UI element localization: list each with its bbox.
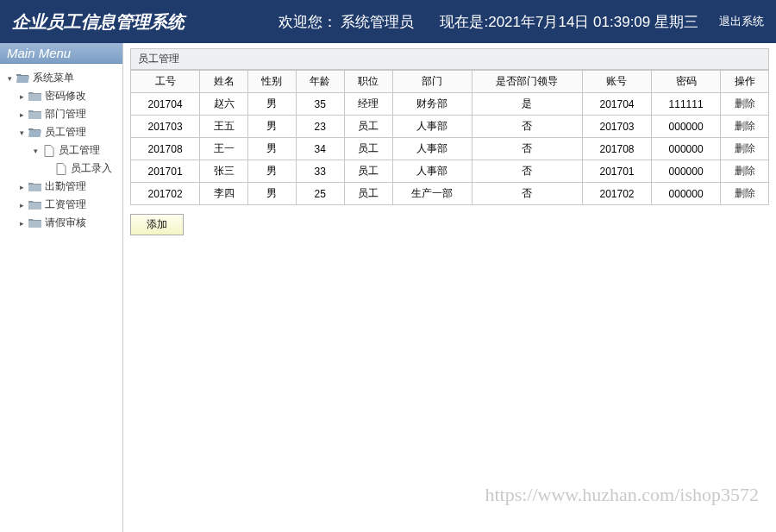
tree-label: 出勤管理 <box>45 179 86 194</box>
tree-item-leave[interactable]: ▸ 请假审核 <box>2 214 121 232</box>
table-row: 201708王一男34员工人事部否201708000000删除 <box>131 138 769 160</box>
panel-title: 员工管理 <box>130 48 769 70</box>
cell-name: 赵六 <box>200 93 248 116</box>
col-age: 年龄 <box>296 71 344 93</box>
cell-action: 删除 <box>721 183 769 205</box>
cell-leader: 否 <box>472 183 582 205</box>
tree-item-emp[interactable]: ▾ 员工管理 <box>2 123 121 141</box>
delete-link[interactable]: 删除 <box>735 187 755 199</box>
expand-icon[interactable]: ▸ <box>17 183 26 191</box>
cell-position: 员工 <box>344 183 392 205</box>
add-button[interactable]: 添加 <box>130 214 184 235</box>
tree-label: 工资管理 <box>45 197 86 212</box>
cell-dept: 财务部 <box>392 93 472 116</box>
cell-account: 201702 <box>582 183 651 205</box>
col-dept: 部门 <box>392 71 472 93</box>
cell-password: 000000 <box>652 183 721 205</box>
sidebar-title: Main Menu <box>0 43 122 64</box>
col-account: 账号 <box>582 71 651 93</box>
cell-position: 员工 <box>344 160 392 183</box>
cell-password: 000000 <box>652 138 721 160</box>
tree-label: 请假审核 <box>45 216 86 230</box>
time-prefix: 现在是: <box>440 14 488 30</box>
tree-label: 员工管理 <box>59 143 100 158</box>
cell-age: 23 <box>296 116 344 138</box>
tree-item-emp-entry[interactable]: 员工录入 <box>2 160 121 178</box>
folder-icon <box>28 181 42 193</box>
cell-gender: 男 <box>247 93 296 116</box>
tree-root[interactable]: ▾ 系统菜单 <box>2 69 121 87</box>
cell-gender: 男 <box>247 160 296 183</box>
col-action: 操作 <box>721 71 769 93</box>
table-row: 201701张三男33员工人事部否201701000000删除 <box>131 160 769 183</box>
col-position: 职位 <box>344 71 392 93</box>
cell-id: 201703 <box>131 116 200 138</box>
tree-label: 员工管理 <box>45 125 86 140</box>
content-area: 员工管理 工号 姓名 性别 年龄 职位 部门 是否部门领导 账号 密码 操作 2… <box>123 43 776 532</box>
cell-age: 33 <box>296 160 344 183</box>
cell-account: 201708 <box>582 138 651 160</box>
cell-position: 经理 <box>344 93 392 116</box>
app-header: 企业员工信息管理系统 欢迎您： 系统管理员 现在是:2021年7月14日 01:… <box>0 0 776 43</box>
table-row: 201702李四男25员工生产一部否201702000000删除 <box>131 183 769 205</box>
expand-icon[interactable]: ▸ <box>17 92 26 101</box>
cell-password: 000000 <box>652 160 721 183</box>
cell-name: 王五 <box>200 116 248 138</box>
tree-item-salary[interactable]: ▸ 工资管理 <box>2 196 121 214</box>
file-icon <box>54 163 68 175</box>
col-gender: 性别 <box>247 71 296 93</box>
cell-leader: 否 <box>472 160 582 183</box>
cell-dept: 生产一部 <box>392 183 472 205</box>
cell-gender: 男 <box>247 183 296 205</box>
expand-icon[interactable]: ▸ <box>17 110 26 119</box>
file-icon <box>42 145 56 157</box>
collapse-icon[interactable]: ▾ <box>5 74 14 83</box>
folder-icon <box>28 199 42 211</box>
cell-leader: 否 <box>472 116 582 138</box>
folder-icon <box>28 109 42 121</box>
welcome-prefix: 欢迎您： <box>278 14 337 30</box>
app-title: 企业员工信息管理系统 <box>12 10 185 34</box>
collapse-icon[interactable]: ▾ <box>31 147 40 155</box>
folder-icon <box>28 91 42 103</box>
delete-link[interactable]: 删除 <box>735 120 755 132</box>
tree-item-emp-manage[interactable]: ▾ 员工管理 <box>2 141 121 160</box>
cell-account: 201703 <box>582 116 651 138</box>
employee-table: 工号 姓名 性别 年龄 职位 部门 是否部门领导 账号 密码 操作 201704… <box>130 70 769 205</box>
folder-open-icon <box>28 127 42 139</box>
table-row: 201704赵六男35经理财务部是201704111111删除 <box>131 93 769 116</box>
tree-item-dept[interactable]: ▸ 部门管理 <box>2 105 121 123</box>
cell-dept: 人事部 <box>392 160 472 183</box>
col-leader: 是否部门领导 <box>472 71 582 93</box>
cell-id: 201702 <box>131 183 200 205</box>
tree-item-password[interactable]: ▸ 密码修改 <box>2 87 121 105</box>
collapse-icon[interactable]: ▾ <box>17 128 26 137</box>
expand-icon[interactable]: ▸ <box>17 219 26 228</box>
delete-link[interactable]: 删除 <box>735 97 755 110</box>
cell-account: 201701 <box>582 160 651 183</box>
sidebar: Main Menu ▾ 系统菜单 ▸ 密码修改 ▸ 部门管理 ▾ <box>0 43 123 532</box>
col-password: 密码 <box>652 71 721 93</box>
nav-tree: ▾ 系统菜单 ▸ 密码修改 ▸ 部门管理 ▾ 员工管理 <box>0 64 122 237</box>
col-id: 工号 <box>131 71 200 93</box>
logout-link[interactable]: 退出系统 <box>719 14 764 29</box>
delete-link[interactable]: 删除 <box>735 165 755 177</box>
tree-label: 系统菜单 <box>33 71 74 85</box>
cell-age: 34 <box>296 138 344 160</box>
cell-position: 员工 <box>344 138 392 160</box>
cell-gender: 男 <box>247 116 296 138</box>
cell-password: 000000 <box>652 116 721 138</box>
welcome-text: 欢迎您： 系统管理员 <box>278 12 415 32</box>
cell-action: 删除 <box>721 160 769 183</box>
tree-item-attendance[interactable]: ▸ 出勤管理 <box>2 178 121 196</box>
cell-name: 张三 <box>200 160 248 183</box>
col-name: 姓名 <box>200 71 248 93</box>
cell-dept: 人事部 <box>392 116 472 138</box>
expand-icon[interactable]: ▸ <box>17 201 26 210</box>
cell-age: 25 <box>296 183 344 205</box>
delete-link[interactable]: 删除 <box>735 142 755 154</box>
welcome-user: 系统管理员 <box>341 14 414 30</box>
cell-id: 201708 <box>131 138 200 160</box>
cell-position: 员工 <box>344 116 392 138</box>
cell-password: 111111 <box>652 93 721 116</box>
